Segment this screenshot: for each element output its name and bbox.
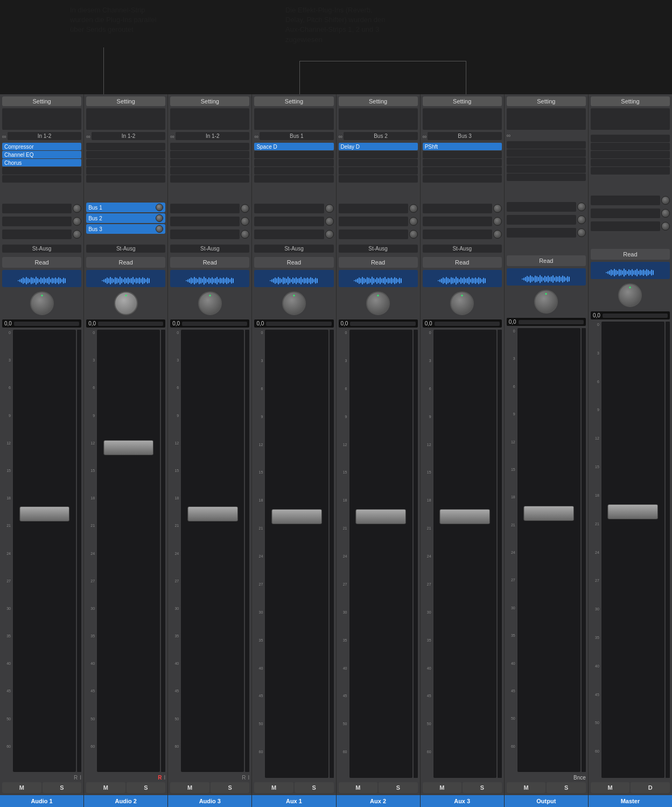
plugin-slot-empty-audio2-1[interactable] <box>86 151 165 158</box>
input-monitor-btn-audio3[interactable]: I <box>248 775 250 781</box>
fader-handle-aux3[interactable] <box>439 509 490 524</box>
fader-track-aux1[interactable] <box>265 330 328 778</box>
output-label-aux1[interactable]: St-Ausg <box>254 245 333 253</box>
plugin-slot-empty-audio2-3[interactable] <box>86 167 165 175</box>
channel-name-aux2[interactable]: Aux 2 <box>337 795 420 807</box>
fader-track-master[interactable] <box>601 322 664 778</box>
setting-button-master[interactable]: Setting <box>591 96 670 106</box>
input-label-audio3[interactable]: In 1-2 <box>176 132 249 140</box>
plugin-slot-empty-audio3-2[interactable] <box>170 159 249 166</box>
waveform-display-aux2[interactable] <box>339 270 418 287</box>
pan-knob-aux3[interactable] <box>450 291 474 315</box>
solo-button-aux1[interactable]: S <box>295 782 334 793</box>
record-btn-audio1[interactable]: R <box>74 775 78 781</box>
setting-button-aux1[interactable]: Setting <box>254 96 333 106</box>
send-knob-audio2-2[interactable] <box>156 225 163 233</box>
output-label-aux3[interactable]: St-Ausg <box>423 245 502 253</box>
plugin-slot-empty-output-3[interactable] <box>507 165 586 173</box>
plugin-slot-empty-aux3-1[interactable] <box>423 151 502 158</box>
plugin-slot-empty-audio3-3[interactable] <box>170 167 249 175</box>
plugin-slot-empty-audio2-0[interactable] <box>86 143 165 150</box>
read-button-aux3[interactable]: Read <box>423 257 502 268</box>
plugin-slot-empty-aux3-3[interactable] <box>423 167 502 175</box>
input-monitor-btn-audio1[interactable]: I <box>80 775 81 781</box>
waveform-display-audio1[interactable] <box>2 270 81 287</box>
fader-handle-master[interactable] <box>608 504 659 519</box>
channel-name-audio2[interactable]: Audio 2 <box>84 795 167 807</box>
waveform-display-aux1[interactable] <box>254 270 333 287</box>
plugin-slot-empty-aux2-1[interactable] <box>339 151 418 158</box>
pan-knob-audio1[interactable] <box>30 291 54 315</box>
mute-button-master[interactable]: M <box>591 782 630 793</box>
waveform-display-audio3[interactable] <box>170 270 249 287</box>
plugin-slot-empty-aux2-2[interactable] <box>339 159 418 166</box>
output-label-aux2[interactable]: St-Ausg <box>339 245 418 253</box>
fader-track-audio1[interactable] <box>13 330 76 772</box>
mute-button-output[interactable]: M <box>507 782 546 793</box>
plugin-slot-empty-output-4[interactable] <box>507 173 586 181</box>
plugin-slot-empty-output-0[interactable] <box>507 141 586 149</box>
solo-button-aux3[interactable]: S <box>463 782 502 793</box>
input-label-audio1[interactable]: In 1-2 <box>8 132 81 140</box>
read-button-audio3[interactable]: Read <box>170 257 249 268</box>
plugin-slot-empty-aux3-2[interactable] <box>423 159 502 166</box>
channel-name-audio1[interactable]: Audio 1 <box>0 795 83 807</box>
record-btn-audio3[interactable]: R <box>242 775 246 781</box>
setting-button-aux2[interactable]: Setting <box>339 96 418 106</box>
plugin-slot-empty-aux1-2[interactable] <box>254 159 333 166</box>
plugin-slot-empty-aux3-4[interactable] <box>423 175 502 183</box>
plugin-slot-empty-audio3-0[interactable] <box>170 143 249 150</box>
waveform-display-audio2[interactable] <box>86 270 165 287</box>
fader-handle-aux1[interactable] <box>271 509 322 524</box>
fader-track-aux2[interactable] <box>349 330 412 778</box>
plugin-slot-empty-output-2[interactable] <box>507 157 586 165</box>
pan-knob-output[interactable] <box>534 290 558 314</box>
solo-button-master[interactable]: D <box>631 782 670 793</box>
channel-name-output[interactable]: Output <box>505 795 588 807</box>
channel-name-master[interactable]: Master <box>589 795 672 807</box>
plugin-slot-empty-aux1-3[interactable] <box>254 167 333 175</box>
plugin-slot-audio1-0[interactable]: Compressor <box>2 143 81 150</box>
solo-button-output[interactable]: S <box>547 782 586 793</box>
setting-button-audio3[interactable]: Setting <box>170 96 249 106</box>
plugin-slot-empty-aux1-4[interactable] <box>254 175 333 183</box>
read-button-aux1[interactable]: Read <box>254 257 333 268</box>
plugin-slot-audio1-2[interactable]: Chorus <box>2 159 81 166</box>
plugin-slot-empty-aux2-4[interactable] <box>339 175 418 183</box>
input-monitor-btn-audio2[interactable]: I <box>164 775 165 781</box>
setting-button-audio2[interactable]: Setting <box>86 96 165 106</box>
mute-button-audio2[interactable]: M <box>86 782 125 793</box>
setting-button-aux3[interactable]: Setting <box>423 96 502 106</box>
output-label-audio2[interactable]: St-Ausg <box>86 245 165 253</box>
plugin-slot-empty-audio2-2[interactable] <box>86 159 165 166</box>
read-button-audio2[interactable]: Read <box>86 257 165 268</box>
send-knob-audio2-1[interactable] <box>156 214 163 222</box>
fader-handle-output[interactable] <box>523 506 574 521</box>
output-label-audio1[interactable]: St-Ausg <box>2 245 81 253</box>
plugin-slot-aux3-0[interactable]: PShft <box>423 143 502 150</box>
mute-button-audio3[interactable]: M <box>170 782 209 793</box>
send-btn-audio2-2[interactable]: Bus 3 <box>86 224 165 234</box>
input-label-aux3[interactable]: Bus 3 <box>428 132 501 140</box>
read-button-audio1[interactable]: Read <box>2 257 81 268</box>
waveform-display-output[interactable] <box>507 268 586 286</box>
setting-button-output[interactable]: Setting <box>507 96 586 106</box>
send-btn-audio2-0[interactable]: Bus 1 <box>86 203 165 212</box>
pan-knob-aux1[interactable] <box>282 291 306 315</box>
solo-button-audio2[interactable]: S <box>127 782 166 793</box>
plugin-slot-empty-master-1[interactable] <box>591 143 670 150</box>
output-label-audio3[interactable]: St-Ausg <box>170 245 249 253</box>
plugin-slot-empty-aux2-3[interactable] <box>339 167 418 175</box>
mute-button-audio1[interactable]: M <box>2 782 41 793</box>
plugin-slot-empty-master-0[interactable] <box>591 135 670 142</box>
fader-handle-audio3[interactable] <box>187 506 238 521</box>
waveform-display-aux3[interactable] <box>423 270 502 287</box>
plugin-slot-empty-master-3[interactable] <box>591 159 670 166</box>
fader-track-aux3[interactable] <box>433 330 496 778</box>
channel-name-aux3[interactable]: Aux 3 <box>421 795 504 807</box>
fader-handle-audio1[interactable] <box>19 506 70 521</box>
fader-track-output[interactable] <box>517 328 580 772</box>
solo-button-aux2[interactable]: S <box>379 782 418 793</box>
plugin-slot-empty-aux1-1[interactable] <box>254 151 333 158</box>
send-btn-audio2-1[interactable]: Bus 2 <box>86 213 165 223</box>
